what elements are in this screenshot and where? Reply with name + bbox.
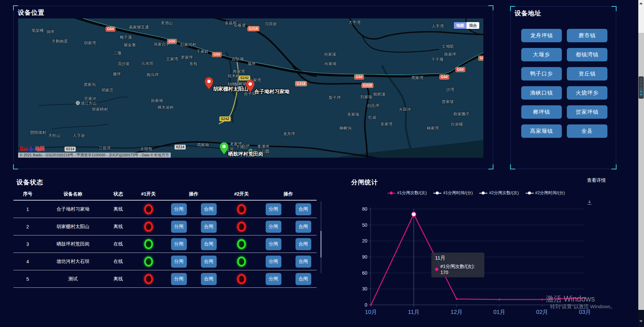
open-switch-button[interactable]: 分闸 [266, 273, 281, 285]
address-button[interactable]: 磨市镇 [567, 29, 607, 42]
open-switch-button[interactable]: 分闸 [266, 238, 281, 250]
open-switch-button[interactable]: 分闸 [266, 256, 281, 268]
open-switch-button[interactable]: 分闸 [171, 238, 187, 250]
map-type-option-hybrid[interactable]: 混合 [467, 22, 479, 29]
svg-text:30: 30 [362, 286, 367, 291]
map-place-label: 梨子坪 [329, 95, 341, 101]
map-place-label: 沙湾 [446, 87, 454, 93]
tooltip-title: 11月 [435, 255, 481, 261]
legend-marker-icon [390, 192, 393, 195]
address-button[interactable]: 榔坪镇 [521, 105, 562, 119]
address-button[interactable]: 都镇湾镇 [567, 48, 607, 61]
windows-activation-watermark: 激活 Windows [546, 294, 595, 304]
scrollbar-thumb[interactable] [638, 33, 644, 310]
table-scrollbar[interactable] [320, 201, 322, 273]
address-button[interactable]: 鸭子口乡 [521, 67, 562, 80]
address-button[interactable]: 火烧坪乡 [567, 86, 607, 100]
map-place-label: 火田冲 [399, 107, 411, 112]
close-switch-button[interactable]: 合闸 [296, 256, 311, 268]
corner-decoration [13, 164, 18, 169]
table-header-cell: 设备名称 [42, 191, 104, 197]
legend-marker-icon [436, 192, 439, 195]
svg-text:11月: 11月 [408, 309, 420, 315]
map-pin[interactable] [220, 142, 228, 154]
close-switch-button[interactable]: 合闸 [296, 238, 311, 250]
open-switch-button[interactable]: 分闸 [171, 256, 187, 268]
close-switch-button[interactable]: 合闸 [201, 273, 217, 285]
map-place-label: 路家坪 [444, 52, 456, 57]
close-switch-button[interactable]: 合闸 [201, 203, 217, 215]
corner-decoration [510, 164, 515, 169]
address-button[interactable]: 资丘镇 [567, 67, 607, 80]
cell-status: 在线 [104, 241, 132, 247]
address-button[interactable]: 贺家坪镇 [567, 105, 607, 119]
cell-device-name: 合子坳村习家坳 [42, 206, 104, 212]
baidu-map[interactable]: 笔架槽洞坪天鹅抱蛋胡家湾高家堰互通梅子溪紫金寨二墩张家台子彭家河村千家岭百步堰庙… [18, 18, 483, 158]
device-address-panel: 设备地址 龙舟坪镇磨市镇大堰乡都镇湾镇鸭子口乡资丘镇渔峡口镇火烧坪乡榔坪镇贺家坪… [511, 6, 616, 169]
open-switch-button[interactable]: 分闸 [171, 273, 187, 285]
open-switch-button[interactable]: 分闸 [266, 203, 281, 215]
corner-decoration [13, 5, 18, 10]
cell-device-name: 塘坊河村大石坝 [42, 259, 104, 265]
table-header-cell: 状态 [104, 191, 132, 197]
map-panel-title: 设备位置 [18, 8, 45, 17]
switch1-indicator-green [144, 239, 153, 249]
svg-text:12月: 12月 [450, 309, 463, 315]
close-switch-button[interactable]: 合闸 [296, 203, 311, 215]
legend-label: #1分闸时间/(分) [443, 190, 473, 196]
open-switch-button[interactable]: 分闸 [171, 203, 187, 215]
map-place-label: 龙池山 [161, 20, 173, 26]
address-button[interactable]: 龙舟坪镇 [521, 29, 562, 42]
map-place-label: 腊坪 [113, 71, 121, 77]
scenic-icon [76, 101, 80, 105]
map-type-option-map[interactable]: 地图 [454, 22, 467, 29]
open-switch-button[interactable]: 分闸 [171, 221, 187, 233]
table-header-cell: 序号 [13, 191, 42, 197]
map-pin[interactable] [205, 77, 213, 89]
scrollbar-track-top[interactable] [638, 0, 644, 33]
close-switch-button[interactable]: 合闸 [201, 256, 217, 268]
close-switch-button[interactable]: 合闸 [296, 221, 311, 233]
address-button[interactable]: 渔峡口镇 [521, 86, 562, 100]
legend-item[interactable]: #1分闸次数/(次) [387, 190, 427, 196]
road-shield-g50: G50 [439, 74, 449, 79]
map-place-label: 百步堰 [232, 56, 244, 62]
map-place-label: 枇杷溪 [373, 92, 385, 97]
map-place-label: 流沙坡 [117, 61, 129, 67]
corner-decoration [611, 6, 616, 11]
close-switch-button[interactable]: 合闸 [201, 221, 217, 233]
corner-decoration [611, 164, 616, 169]
open-switch-button[interactable]: 分闸 [266, 221, 281, 233]
address-button[interactable]: 高家堰镇 [521, 124, 562, 138]
map-place-label: 郑家榜村 [92, 107, 108, 112]
tooltip-series-dot [435, 268, 438, 271]
scroll-indicator-widget[interactable] [639, 76, 644, 99]
cell-index: 4 [13, 259, 42, 264]
map-place-label: 周家坳 [197, 142, 209, 148]
svg-text:60: 60 [362, 270, 367, 276]
address-button[interactable]: 大堰乡 [521, 48, 562, 61]
scrollbar-track-bottom[interactable] [638, 310, 644, 327]
close-switch-button[interactable]: 合闸 [201, 238, 217, 250]
save-as-image-icon[interactable] [586, 199, 593, 207]
address-button[interactable]: 全县 [567, 124, 607, 138]
table-scrollbar-thumb[interactable] [320, 231, 322, 258]
legend-marker-icon [528, 192, 531, 195]
cell-index: 3 [13, 241, 42, 247]
svg-text:90: 90 [362, 254, 367, 260]
map-place-label: 紫金寨 [124, 42, 136, 48]
legend-item[interactable]: #2分闸次数/(次) [479, 190, 519, 196]
map-pin[interactable] [246, 80, 255, 92]
map-place-label: 胡家湾 [84, 40, 96, 46]
legend-item[interactable]: #1分闸时间/(分) [433, 190, 473, 196]
view-details-link[interactable]: 查看详情 [587, 177, 606, 183]
scrollbar-up-arrow-icon[interactable] [639, 2, 643, 4]
road-shield-g50: G50 [354, 74, 364, 79]
legend-item[interactable]: #2分闸时间/(分) [526, 190, 565, 196]
scrollbar-down-arrow-icon[interactable] [639, 320, 643, 322]
close-switch-button[interactable]: 合闸 [296, 273, 311, 285]
map-place-label: 跑马坪 [147, 72, 159, 78]
map-place-label: 渡家沟 [84, 82, 96, 88]
svg-text:180: 180 [362, 206, 367, 212]
map-place-label: 下渔口 [236, 144, 248, 150]
